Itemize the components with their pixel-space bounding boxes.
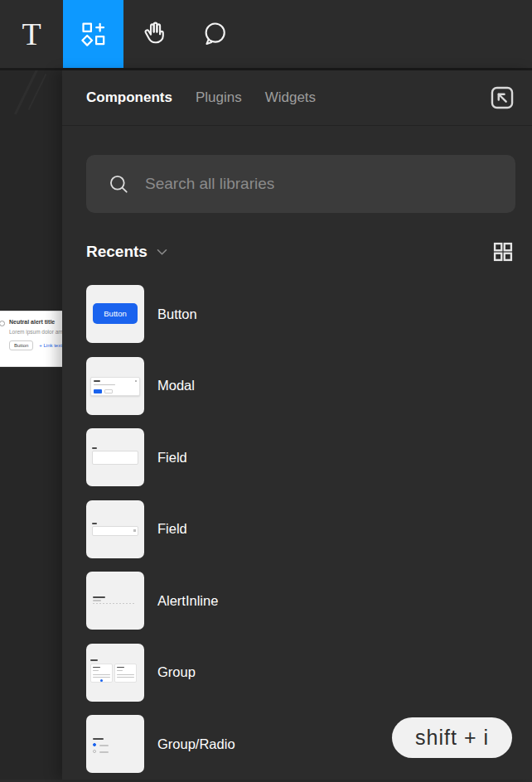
assets-icon bbox=[80, 20, 108, 48]
component-row-button[interactable]: Button Button bbox=[86, 285, 532, 343]
arrow-up-left-icon bbox=[488, 84, 516, 112]
mock-input bbox=[92, 451, 138, 465]
section-header: Recents bbox=[86, 237, 515, 267]
mock-alert-title bbox=[93, 596, 105, 598]
mock-alert-divider bbox=[93, 603, 136, 604]
mock-select bbox=[92, 526, 138, 536]
panel-tabs: Components Plugins Widgets bbox=[62, 70, 532, 126]
component-label: Group bbox=[157, 664, 196, 680]
tab-plugins[interactable]: Plugins bbox=[196, 89, 242, 106]
alert-title: Neutral alert title bbox=[9, 319, 55, 325]
search-bar bbox=[86, 155, 515, 213]
mock-radio-selected bbox=[93, 743, 96, 746]
component-row-alertinline[interactable]: AlertInline bbox=[86, 572, 532, 630]
open-panel-button[interactable] bbox=[487, 83, 517, 113]
component-label: Modal bbox=[157, 378, 195, 393]
alert-info-icon bbox=[0, 321, 5, 326]
components-list: Button Button Modal bbox=[86, 285, 532, 773]
recents-label: Recents bbox=[86, 243, 148, 261]
hand-icon bbox=[140, 20, 168, 48]
text-tool-icon: T bbox=[22, 18, 41, 50]
alert-button: Button bbox=[9, 340, 33, 350]
comment-tool-button[interactable] bbox=[184, 0, 244, 68]
canvas-peek[interactable]: Neutral alert title Lorem ipsum dolor am… bbox=[0, 70, 62, 780]
alert-actions: Button + Link text bbox=[9, 340, 62, 350]
text-tool-button[interactable]: T bbox=[0, 0, 63, 68]
figma-assets-panel-screen: T bbox=[0, 0, 532, 782]
tab-widgets[interactable]: Widgets bbox=[265, 89, 316, 106]
grid-view-button[interactable] bbox=[491, 240, 515, 263]
component-label: Field bbox=[157, 450, 187, 466]
component-thumbnail: Button bbox=[86, 285, 144, 343]
assets-tool-button[interactable] bbox=[63, 0, 123, 68]
mock-radio bbox=[93, 750, 96, 753]
component-label: Field bbox=[157, 521, 187, 537]
mock-alert-line bbox=[93, 600, 101, 601]
component-row-modal[interactable]: Modal bbox=[86, 357, 532, 415]
alert-link: + Link text bbox=[39, 343, 62, 348]
alert-body: Lorem ipsum dolor amet consect bbox=[9, 329, 62, 335]
comment-icon bbox=[201, 20, 229, 48]
recents-dropdown[interactable]: Recents bbox=[86, 243, 167, 261]
assets-panel: Components Plugins Widgets bbox=[62, 70, 532, 780]
component-row-field-select[interactable]: Field bbox=[86, 500, 532, 558]
mock-card bbox=[90, 664, 113, 683]
component-label: Button bbox=[157, 307, 197, 322]
mock-field-label bbox=[92, 447, 97, 449]
component-row-group[interactable]: Group bbox=[86, 644, 532, 702]
component-thumbnail bbox=[86, 644, 144, 702]
hand-tool-button[interactable] bbox=[123, 0, 184, 68]
component-thumbnail bbox=[86, 500, 144, 558]
component-label: AlertInline bbox=[157, 593, 218, 609]
component-thumbnail bbox=[86, 572, 144, 630]
search-input[interactable] bbox=[145, 175, 507, 193]
component-thumbnail bbox=[86, 357, 144, 415]
component-thumbnail bbox=[86, 715, 144, 773]
shortcut-hint: shift + i bbox=[392, 717, 512, 758]
mock-field-label bbox=[92, 523, 97, 524]
mock-select-caret bbox=[133, 529, 136, 532]
chevron-down-icon bbox=[157, 249, 167, 256]
main-area: Neutral alert title Lorem ipsum dolor am… bbox=[0, 70, 532, 780]
mock-radio-group-label bbox=[93, 738, 104, 740]
canvas-artifact bbox=[14, 70, 38, 115]
grid-icon bbox=[491, 240, 515, 263]
mock-card bbox=[114, 664, 137, 683]
toolbar: T bbox=[0, 0, 532, 70]
search-icon bbox=[108, 173, 130, 196]
canvas-alert-card: Neutral alert title Lorem ipsum dolor am… bbox=[0, 311, 62, 367]
tab-components[interactable]: Components bbox=[86, 89, 172, 106]
component-label: Group/Radio bbox=[157, 736, 235, 752]
component-row-field[interactable]: Field bbox=[86, 428, 532, 486]
component-thumbnail bbox=[86, 428, 144, 486]
mock-group-label bbox=[90, 659, 98, 661]
mock-modal bbox=[90, 377, 140, 396]
mock-button: Button bbox=[93, 303, 138, 324]
